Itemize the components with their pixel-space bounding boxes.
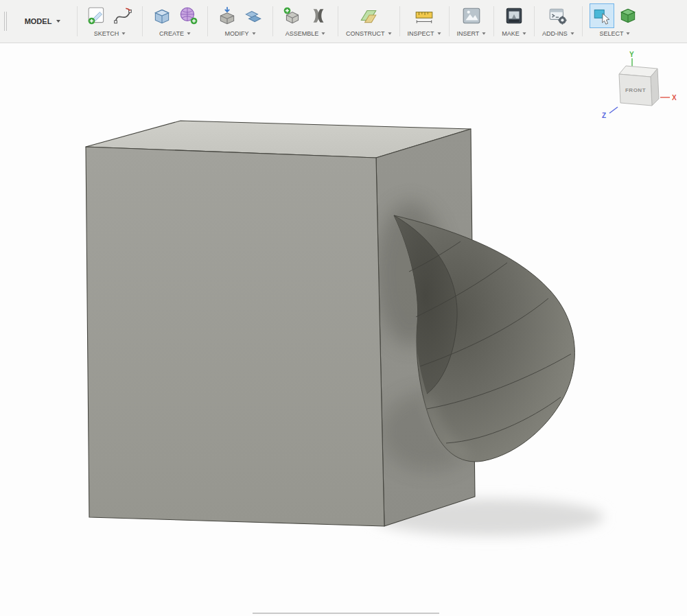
model-viewport[interactable]: Y FRONT X Z xyxy=(0,44,687,616)
toolbar-menu-addins[interactable]: ADD-INS xyxy=(542,30,574,37)
toolbar-menu-make[interactable]: MAKE xyxy=(502,30,526,37)
toolbar-menu-create[interactable]: CREATE xyxy=(159,30,191,37)
toolbar-menu-sketch[interactable]: SKETCH xyxy=(94,30,126,37)
insert-image-icon[interactable] xyxy=(460,4,483,27)
cube-front-face[interactable] xyxy=(86,147,384,526)
toolbar-menu-construct[interactable]: CONSTRUCT xyxy=(346,30,392,37)
toolbar-menu-insert[interactable]: INSERT xyxy=(457,30,487,37)
new-component-icon[interactable] xyxy=(281,4,304,27)
chevron-down-icon xyxy=(522,32,526,34)
toolbar-divider xyxy=(582,6,583,36)
viewcube-y-label: Y xyxy=(629,51,634,58)
window-selection-icon[interactable] xyxy=(616,4,640,27)
toolbar-group-construct: CONSTRUCT xyxy=(341,0,397,43)
toolbar-group-addins: ADD-INS xyxy=(537,0,579,43)
toolbar-group-insert: INSERT xyxy=(452,0,491,43)
scripts-and-addins-icon[interactable] xyxy=(546,4,570,27)
joint-icon[interactable] xyxy=(307,4,330,27)
toolbar-group-assemble: ASSEMBLE xyxy=(276,0,335,43)
toolbar-divider xyxy=(534,6,535,36)
toolbar-group-select: SELECT xyxy=(585,0,644,43)
chevron-down-icon xyxy=(570,32,574,34)
primitive-box-icon[interactable] xyxy=(150,4,174,27)
toolbar-divider xyxy=(449,6,450,36)
viewport-canvas[interactable] xyxy=(0,44,687,616)
combine-icon[interactable] xyxy=(242,4,265,27)
chevron-down-icon xyxy=(627,32,630,34)
viewcube-z-axis xyxy=(609,107,618,113)
viewcube-front-label[interactable]: FRONT xyxy=(625,87,646,93)
spline-icon[interactable] xyxy=(111,4,135,27)
toolbar-menu-select[interactable]: SELECT xyxy=(599,30,630,37)
toolbar-group-sketch: SKETCH xyxy=(80,0,139,43)
viewcube-x-label: X xyxy=(672,94,677,102)
toolbar-divider xyxy=(338,6,338,36)
bottom-scrollbar[interactable] xyxy=(253,613,439,614)
measure-icon[interactable] xyxy=(412,4,436,27)
press-pull-icon[interactable] xyxy=(216,4,239,27)
toolbar-divider xyxy=(493,6,494,36)
toolbar-group-modify: MODIFY xyxy=(211,0,270,43)
create-sketch-icon[interactable] xyxy=(85,4,108,27)
main-toolbar: MODEL SKETCH xyxy=(0,0,687,43)
toolbar-divider xyxy=(142,6,143,36)
toolbar-drag-handle[interactable] xyxy=(0,0,11,43)
toolbar-divider xyxy=(77,6,78,36)
create-form-icon[interactable] xyxy=(176,4,200,27)
workspace-dropdown[interactable]: MODEL xyxy=(11,0,74,43)
chevron-down-icon xyxy=(56,20,60,23)
toolbar-divider xyxy=(399,6,400,36)
chevron-down-icon xyxy=(122,32,126,34)
chevron-down-icon xyxy=(252,32,255,34)
toolbar-group-inspect: INSPECT xyxy=(403,0,446,43)
fusion-app-window: MODEL SKETCH xyxy=(0,0,687,616)
toolbar-group-make: MAKE xyxy=(497,0,531,43)
chevron-down-icon xyxy=(437,32,441,34)
viewcube-z-label: Z xyxy=(602,112,606,119)
workspace-dropdown-label: MODEL xyxy=(25,17,52,25)
select-cursor-icon[interactable] xyxy=(590,4,614,27)
toolbar-divider xyxy=(207,6,208,36)
construction-plane-icon[interactable] xyxy=(357,4,380,27)
chevron-down-icon xyxy=(322,32,325,34)
toolbar-menu-assemble[interactable]: ASSEMBLE xyxy=(286,30,326,37)
chevron-down-icon xyxy=(388,32,391,34)
chevron-down-icon xyxy=(187,32,190,34)
toolbar-menu-modify[interactable]: MODIFY xyxy=(225,30,256,37)
toolbar-group-create: CREATE xyxy=(145,0,205,43)
toolbar-divider xyxy=(272,6,273,36)
make-3d-print-icon[interactable] xyxy=(502,4,526,27)
chevron-down-icon xyxy=(482,32,486,34)
toolbar-menu-inspect[interactable]: INSPECT xyxy=(408,30,441,37)
viewcube[interactable]: Y FRONT X Z xyxy=(598,51,684,121)
